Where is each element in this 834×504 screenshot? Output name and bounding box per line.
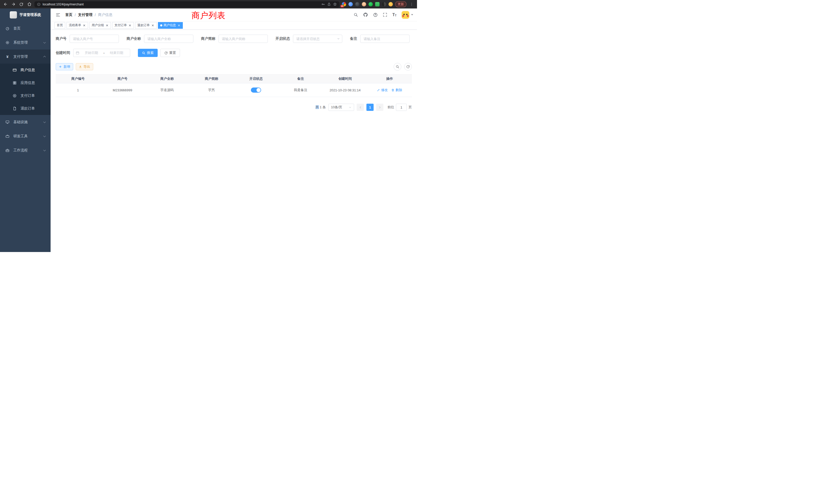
page-number-button[interactable]: 1 xyxy=(367,104,374,111)
tab-process-form[interactable]: 流程表单 xyxy=(66,22,88,29)
close-icon[interactable] xyxy=(128,24,131,27)
date-start-placeholder: 开始日期 xyxy=(80,50,103,55)
filter-row-1: 商户号 商户全称 商户简称 开启状态 备注 xyxy=(56,35,412,43)
cell-short-name: 芋艿 xyxy=(189,88,234,92)
sidebar-item-label: 支付管理 xyxy=(13,54,28,59)
extension-colorful-icon[interactable]: 10 xyxy=(342,2,346,6)
breadcrumb-current: 商户信息 xyxy=(98,13,112,17)
delete-link[interactable]: 删除 xyxy=(391,88,402,92)
browser-menu-kebab-icon[interactable] xyxy=(409,2,414,7)
merchant-no-input[interactable] xyxy=(70,35,119,43)
sidebar-item-workflow[interactable]: 工作流程 xyxy=(0,143,50,157)
status-select[interactable] xyxy=(293,35,342,43)
browser-reload-icon[interactable] xyxy=(19,2,24,7)
browser-home-icon[interactable] xyxy=(26,2,32,7)
breadcrumb-parent[interactable]: 支付管理 xyxy=(78,13,92,17)
short-name-input[interactable] xyxy=(219,35,268,43)
breadcrumb: 首页 / 支付管理 / 商户信息 xyxy=(65,13,112,17)
cell-full-name: 芋道源码 xyxy=(145,88,189,92)
sidebar-item-home[interactable]: 首页 xyxy=(0,21,50,36)
tab-label: 退款订单 xyxy=(137,23,150,27)
site-info-icon[interactable] xyxy=(37,3,41,6)
goto-unit: 页 xyxy=(409,105,412,110)
browser-back-icon[interactable] xyxy=(3,2,8,7)
sidebar-item-system[interactable]: 系统管理 xyxy=(0,36,50,49)
close-icon[interactable] xyxy=(83,24,86,27)
refresh-table-icon[interactable] xyxy=(404,63,412,71)
breadcrumb-separator: / xyxy=(75,13,76,17)
extension-green-circle-icon[interactable] xyxy=(369,2,373,6)
create-time-label: 创建时间 xyxy=(56,50,70,55)
sidebar-item-app-info[interactable]: 应用信息 xyxy=(0,76,50,89)
goto-page-input[interactable] xyxy=(396,104,407,111)
add-button-label: 新增 xyxy=(63,64,70,69)
extension-dark-globe-icon[interactable] xyxy=(355,2,359,6)
sidebar-item-label: 应用信息 xyxy=(21,81,35,85)
user-avatar[interactable] xyxy=(401,11,409,19)
extension-cluster: 10 xyxy=(342,2,393,6)
address-bar[interactable]: localhost:1024/pay/merchant xyxy=(35,1,339,7)
chevron-down-icon xyxy=(43,120,46,123)
sidebar-item-pay-order[interactable]: 支付订单 xyxy=(0,89,50,102)
edit-link-label: 修改 xyxy=(381,88,388,92)
tab-merchant-info[interactable]: 商户信息 xyxy=(158,22,183,29)
search-button[interactable]: 搜索 xyxy=(138,49,158,57)
sidebar-item-merchant-info[interactable]: 商户信息 xyxy=(0,64,50,76)
help-icon[interactable] xyxy=(373,13,378,17)
browser-forward-icon[interactable] xyxy=(10,2,16,7)
extension-emoji-icon[interactable] xyxy=(389,2,393,6)
sidebar-item-payment[interactable]: ¥ 支付管理 xyxy=(0,49,50,64)
user-menu[interactable] xyxy=(401,11,413,19)
breadcrumb-home[interactable]: 首页 xyxy=(65,13,72,17)
extension-pinwheel-icon[interactable] xyxy=(382,2,386,6)
extension-blue-icon[interactable] xyxy=(348,2,353,6)
toggle-search-icon[interactable] xyxy=(394,63,401,71)
active-dot xyxy=(160,24,162,26)
remark-input[interactable] xyxy=(360,35,410,43)
tab-pay-order[interactable]: 支付订单 xyxy=(112,22,134,29)
reset-button[interactable]: 重置 xyxy=(160,49,180,57)
browser-update-button[interactable]: 更新 xyxy=(395,1,407,7)
remark-label: 备注 xyxy=(350,37,357,41)
font-size-icon[interactable]: TT xyxy=(392,13,396,17)
share-icon[interactable] xyxy=(327,2,331,6)
add-button[interactable]: 新增 xyxy=(56,63,73,70)
close-icon[interactable] xyxy=(151,24,154,27)
export-button[interactable]: 导出 xyxy=(76,63,93,70)
sidebar-item-refund-order[interactable]: 退款订单 xyxy=(0,102,50,115)
full-name-input[interactable] xyxy=(144,35,193,43)
extension-avatar-icon[interactable] xyxy=(362,2,366,6)
app-logo: 芋道管理系统 xyxy=(0,8,50,21)
key-icon[interactable] xyxy=(321,2,325,6)
calendar-icon xyxy=(76,51,79,55)
tab-user-group[interactable]: 用户分组 xyxy=(89,22,111,29)
app-title: 芋道管理系统 xyxy=(20,13,41,17)
sidebar-item-infra[interactable]: 基础设施 xyxy=(0,115,50,129)
navbar-actions: TT xyxy=(354,11,413,19)
tab-refund-order[interactable]: 退款订单 xyxy=(135,22,157,29)
search-icon[interactable] xyxy=(354,13,358,17)
close-icon[interactable] xyxy=(177,24,180,27)
chevron-down-icon xyxy=(43,148,46,151)
edit-link[interactable]: 修改 xyxy=(377,88,388,92)
goto-label: 前往 xyxy=(388,105,394,110)
extension-notes-icon[interactable] xyxy=(375,2,379,6)
extension-badge: 10 xyxy=(341,5,344,7)
tab-label: 首页 xyxy=(57,23,63,27)
create-time-range-picker[interactable]: 开始日期 - 结束日期 xyxy=(73,49,130,57)
full-name-label: 商户全称 xyxy=(127,37,141,41)
close-icon[interactable] xyxy=(105,24,109,27)
sidebar-collapse-icon[interactable] xyxy=(54,11,62,19)
dashboard-icon xyxy=(5,26,10,30)
cell-actions: 修改 删除 xyxy=(368,88,412,92)
bookmark-star-icon[interactable] xyxy=(333,2,337,6)
github-icon[interactable] xyxy=(363,12,368,17)
sidebar-item-dev-tools[interactable]: 研发工具 xyxy=(0,129,50,143)
tab-home[interactable]: 首页 xyxy=(54,22,65,29)
browser-toolbar: localhost:1024/pay/merchant 10 更新 xyxy=(0,0,417,8)
fullscreen-icon[interactable] xyxy=(383,13,387,17)
next-page-button[interactable] xyxy=(376,104,383,111)
prev-page-button[interactable] xyxy=(357,104,364,111)
page-size-select[interactable]: 10条/页 xyxy=(328,104,354,111)
status-toggle[interactable] xyxy=(251,88,261,93)
